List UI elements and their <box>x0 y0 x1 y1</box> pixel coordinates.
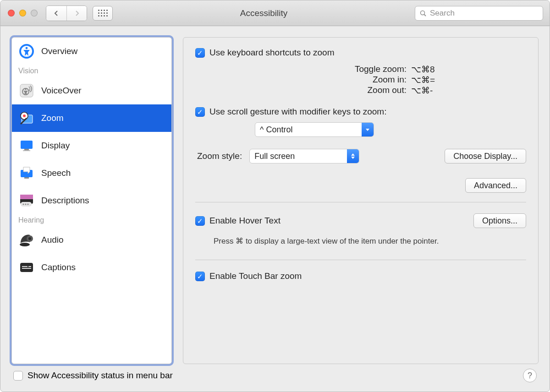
zoom-icon <box>18 110 35 126</box>
use-scroll-gesture-row: ✓ Use scroll gesture with modifier keys … <box>195 107 526 117</box>
svg-rect-12 <box>21 141 33 149</box>
grid-icon <box>98 10 108 16</box>
svg-line-1 <box>424 14 426 16</box>
maximize-window-button[interactable] <box>31 10 38 16</box>
forward-button[interactable] <box>66 6 87 21</box>
use-scroll-gesture-checkbox[interactable]: ✓ <box>195 107 205 117</box>
sidebar-item-label: Overview <box>41 46 77 56</box>
svg-point-25 <box>28 237 31 240</box>
sidebar-item-label: Captions <box>41 262 76 272</box>
back-button[interactable] <box>46 6 66 21</box>
main-panel: ✓ Use keyboard shortcuts to zoom Toggle … <box>183 37 539 364</box>
svg-rect-13 <box>24 149 29 150</box>
help-icon: ? <box>528 371 532 381</box>
sidebar-item-audio[interactable]: Audio <box>12 226 171 254</box>
content-area: Overview Vision VoiceOver Zoom Displa <box>0 26 550 369</box>
separator <box>195 202 526 202</box>
sidebar-item-label: Zoom <box>41 113 64 123</box>
sidebar-item-label: VoiceOver <box>41 86 82 96</box>
sidebar-section-hearing: Hearing <box>12 214 171 226</box>
enable-hover-text-label: Enable Hover Text <box>209 216 280 226</box>
footer: Show Accessibility status in menu bar ? <box>0 369 550 392</box>
zoom-style-select[interactable]: Full screen <box>249 149 359 163</box>
voiceover-icon <box>18 82 35 99</box>
svg-rect-27 <box>22 266 28 267</box>
dropdown-arrow-icon <box>362 123 374 136</box>
svg-rect-28 <box>22 268 31 269</box>
svg-point-7 <box>25 88 26 90</box>
enable-hover-text-checkbox[interactable]: ✓ <box>195 216 205 226</box>
check-icon: ✓ <box>197 273 203 280</box>
toggle-zoom-label: Toggle zoom: <box>333 64 407 75</box>
accessibility-window: Accessibility Overview Vision VoiceOver <box>0 0 550 392</box>
sidebar-item-overview[interactable]: Overview <box>12 38 171 65</box>
separator <box>195 260 526 260</box>
minimize-window-button[interactable] <box>19 10 26 16</box>
show-all-button[interactable] <box>93 6 113 21</box>
sidebar-item-label: Descriptions <box>41 196 89 206</box>
hover-options-button[interactable]: Options... <box>473 213 526 228</box>
svg-point-23 <box>20 243 30 246</box>
sidebar-item-zoom[interactable]: Zoom <box>12 104 171 132</box>
use-scroll-gesture-label: Use scroll gesture with modifier keys to… <box>209 107 386 117</box>
hover-hint-text: Press ⌘ to display a large-text view of … <box>214 236 526 246</box>
window-title: Accessibility <box>118 8 409 18</box>
sidebar-item-label: Audio <box>41 235 64 245</box>
zoom-out-keys: ⌥⌘- <box>411 85 457 96</box>
sidebar-item-label: Display <box>41 141 70 151</box>
modifier-key-select[interactable]: ^ Control <box>255 122 374 137</box>
modifier-key-value: ^ Control <box>255 125 362 135</box>
display-icon <box>18 137 35 154</box>
sidebar-item-voiceover[interactable]: VoiceOver <box>12 77 171 104</box>
help-button[interactable]: ? <box>523 369 537 382</box>
svg-point-0 <box>421 11 425 15</box>
use-keyboard-shortcuts-checkbox[interactable]: ✓ <box>195 48 205 58</box>
advanced-button[interactable]: Advanced... <box>465 178 526 193</box>
svg-rect-14 <box>23 150 30 151</box>
search-input[interactable] <box>430 9 538 18</box>
zoom-out-label: Zoom out: <box>333 85 407 96</box>
svg-rect-29 <box>28 266 31 267</box>
check-icon: ✓ <box>197 49 203 56</box>
search-icon <box>420 10 426 16</box>
captions-icon <box>18 259 35 276</box>
show-status-checkbox[interactable] <box>13 371 23 381</box>
show-status-row: Show Accessibility status in menu bar <box>13 370 173 381</box>
search-field[interactable] <box>415 6 543 21</box>
zoom-in-label: Zoom in: <box>333 75 407 85</box>
toggle-zoom-keys: ⌥⌘8 <box>411 64 457 75</box>
choose-display-button[interactable]: Choose Display... <box>445 149 526 163</box>
overview-icon <box>18 43 35 60</box>
enable-hover-text-row: ✓ Enable Hover Text Options... <box>195 213 526 228</box>
svg-point-20 <box>22 203 24 205</box>
sidebar-item-speech[interactable]: Speech <box>12 159 171 187</box>
svg-point-21 <box>25 203 26 205</box>
sidebar-item-label: Speech <box>41 168 71 178</box>
sidebar-item-captions[interactable]: Captions <box>12 254 171 281</box>
titlebar: Accessibility <box>0 0 550 26</box>
zoom-style-value: Full screen <box>250 152 347 161</box>
svg-point-10 <box>23 114 26 117</box>
close-window-button[interactable] <box>8 10 15 16</box>
keyboard-shortcuts-list: Toggle zoom:⌥⌘8 Zoom in:⌥⌘= Zoom out:⌥⌘- <box>264 64 526 96</box>
chevron-left-icon <box>54 11 59 16</box>
svg-rect-18 <box>20 195 33 199</box>
traffic-lights <box>8 10 38 16</box>
zoom-style-label: Zoom style: <box>197 151 242 161</box>
descriptions-icon <box>18 192 35 209</box>
speech-icon <box>18 165 35 181</box>
enable-touch-bar-zoom-checkbox[interactable]: ✓ <box>195 272 205 281</box>
check-icon: ✓ <box>197 218 203 224</box>
enable-touch-bar-zoom-row: ✓ Enable Touch Bar zoom <box>195 271 526 281</box>
sidebar: Overview Vision VoiceOver Zoom Displa <box>11 37 172 364</box>
chevron-right-icon <box>74 11 80 16</box>
enable-touch-bar-zoom-label: Enable Touch Bar zoom <box>209 271 302 281</box>
use-keyboard-shortcuts-label: Use keyboard shortcuts to zoom <box>209 48 334 58</box>
sidebar-item-display[interactable]: Display <box>12 132 171 159</box>
zoom-in-keys: ⌥⌘= <box>411 75 457 85</box>
audio-icon <box>18 232 35 248</box>
stepper-arrows-icon <box>347 149 359 163</box>
use-keyboard-shortcuts-row: ✓ Use keyboard shortcuts to zoom <box>195 48 526 58</box>
sidebar-item-descriptions[interactable]: Descriptions <box>12 187 171 214</box>
check-icon: ✓ <box>197 109 203 115</box>
